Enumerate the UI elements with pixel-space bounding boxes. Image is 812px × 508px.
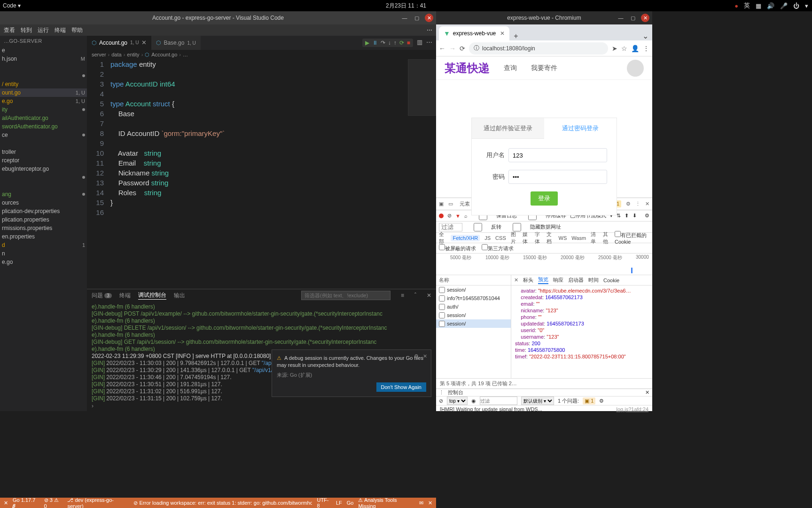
power-icon[interactable]: ⏻ [793,2,799,9]
close-icon[interactable]: ✕ [423,353,427,360]
close-devtools-icon[interactable]: ✕ [645,201,649,207]
breadcrumb-item[interactable]: server [92,52,106,57]
panel-filter-input[interactable] [301,291,390,300]
sb-lang[interactable]: Go [347,497,354,508]
panel-prompt[interactable]: › [87,402,436,411]
tab-response[interactable]: 响应 [553,277,563,284]
explorer-item[interactable]: h.jsonM [0,55,87,63]
chrome-toolbar[interactable]: ← → ⟳ ⓘ localhost:18080/login ➤ ☆ 👤 ⋮ [436,40,652,56]
sb-workspace-error[interactable]: ⊘ Error loading workspace: err: exit sta… [133,500,312,506]
filter-icon[interactable]: ≡ [401,292,404,299]
filter-manifest[interactable]: 清单 [591,231,598,245]
chrome-tabstrip[interactable]: ▼ express-web-vue ✕ + ⌄ [436,24,652,40]
explorer-item[interactable]: e.go [0,258,87,266]
wifi-icon[interactable]: ⇅ [617,213,621,219]
close-detail-icon[interactable]: ✕ [514,277,518,283]
response-body[interactable]: avatar: "https://cube.elemecdn.com/3/7c/… [511,286,652,378]
reload-icon[interactable]: ⟳ [460,45,465,52]
tab-problems[interactable]: 问题 3 [92,292,112,300]
sb-feedback-icon[interactable]: ✉ [419,497,423,508]
issues-badge[interactable]: ▣ 1 [583,397,595,405]
explorer-item[interactable] [0,71,87,80]
restart-icon[interactable]: ⟳ [399,40,404,46]
app-logo[interactable]: 某通快递 [445,61,490,76]
url-bar[interactable]: ⓘ localhost:18080/login [469,42,608,55]
explorer-section-header[interactable]: …GO-SERVER [0,36,87,46]
tab-cookies[interactable]: Cookie [603,278,619,283]
menu-terminal[interactable]: 终端 [55,26,66,34]
tab-debug-console[interactable]: 调试控制台 [138,291,166,300]
explorer-item[interactable]: ount.go1, U [0,88,87,97]
minimize-button[interactable]: — [400,14,409,22]
filter-icon[interactable]: ▼ [455,213,461,219]
menu-go[interactable]: 转到 [21,26,32,34]
request-row[interactable]: session/ [436,286,511,294]
close-button[interactable]: ✕ [641,14,649,22]
pause-icon[interactable]: ⏸ [372,40,378,46]
console-filter-input[interactable] [480,397,517,405]
menu-help[interactable]: 帮助 [71,26,83,34]
breadcrumb-item[interactable]: … [183,52,188,57]
sb-encoding[interactable]: UTF-8 [317,497,331,508]
sb-analysis[interactable]: ⚠ Analysis Tools Missing [358,497,414,508]
explorer-item[interactable]: ity [0,105,87,114]
new-tab-button[interactable]: + [509,32,523,40]
filter-wasm[interactable]: Wasm [571,235,586,241]
nav-ship[interactable]: 我要寄件 [531,64,557,72]
loglevel-select[interactable]: 默认级别 ▾ [521,397,554,405]
clear-icon[interactable]: ⊘ [447,213,452,219]
breadcrumb-item[interactable]: Account.go [151,52,177,57]
tab-expand-icon[interactable]: ⌄ [639,32,652,40]
explorer-item[interactable] [0,139,87,148]
name-column-header[interactable]: 名称 [436,275,511,286]
menu-icon[interactable]: ⋮ [643,45,649,52]
info-icon[interactable]: ⓘ [474,44,479,52]
blocked-checkbox[interactable] [439,244,445,250]
close-console-icon[interactable]: ✕ [645,389,649,396]
password-input[interactable] [508,170,607,184]
request-row[interactable]: auth/ [436,302,511,311]
explorer-item[interactable]: / entity [0,80,87,88]
filter-ws[interactable]: WS [559,235,567,241]
sb-branch[interactable]: ⎇ dev (express-go-server) [67,497,129,508]
blocked-cookies-checkbox[interactable] [615,231,621,237]
explorer-item[interactable] [0,182,87,190]
step-out-icon[interactable]: ↑ [394,40,397,46]
request-row[interactable]: info?t=1645587051044 [436,294,511,302]
explorer-item[interactable] [0,63,87,71]
filter-font[interactable]: 字体 [535,231,542,245]
filter-doc[interactable]: 文档 [547,231,554,245]
tab-preview[interactable]: 预览 [538,276,548,284]
gear-icon[interactable]: ⚙ [626,201,631,207]
inspect-icon[interactable]: ▣ [439,201,444,207]
context-select[interactable]: top ▾ [447,397,468,405]
tab-headers[interactable]: 标头 [523,277,533,284]
vscode-menubar[interactable]: 查看 转到 运行 终端 帮助 ⋯ [0,24,436,36]
panel-tabs[interactable]: 问题 3 终端 调试控制台 输出 ≡ ˆ ✕ [87,289,436,302]
tab-timing[interactable]: 时间 [588,277,599,284]
device-icon[interactable]: ▭ [448,201,453,207]
tab-elements[interactable]: 元素 [458,200,472,207]
third-party-checkbox[interactable] [482,244,488,250]
collapse-icon[interactable]: ˆ [414,292,416,299]
request-list[interactable]: 名称 session/ info?t=1645587051044 auth/ s… [436,275,511,378]
network-timeline[interactable]: 5000 毫秒 10000 毫秒 15000 毫秒 20000 毫秒 25000… [436,254,652,275]
settings-icon[interactable]: ⚙ [645,213,649,219]
explorer-item[interactable]: ang [0,190,87,198]
split-icon[interactable]: ▥ [417,39,422,47]
network-icon[interactable]: ▦ [756,2,761,9]
tab-output[interactable]: 输出 [174,292,185,300]
console-source-link[interactable]: log.js?1afd:24 [617,406,649,412]
mic-icon[interactable]: 🎤 [780,2,788,9]
breadcrumb-item[interactable]: data [111,52,121,57]
explorer-item[interactable]: rmissions.properties [0,224,87,232]
tab-base-go[interactable]: ⬡ Base.go 1, U [151,36,200,50]
console-menu-icon[interactable]: ⋮ [439,389,444,396]
console-output[interactable]: [HMR] Waiting for update signal from WDS… [436,405,652,413]
maximize-button[interactable]: ▢ [413,14,421,22]
tab-terminal[interactable]: 终端 [119,292,131,300]
explorer-item[interactable]: swordAuthenticator.go [0,122,87,131]
send-icon[interactable]: ➤ [612,45,617,52]
browser-tab[interactable]: ▼ express-web-vue ✕ [439,26,509,40]
vscode-statusbar[interactable]: ✕ Go 1.17.7 𝞫 ⊘ 3 ⚠ 0 ⎇ dev (express-go-… [0,498,436,508]
